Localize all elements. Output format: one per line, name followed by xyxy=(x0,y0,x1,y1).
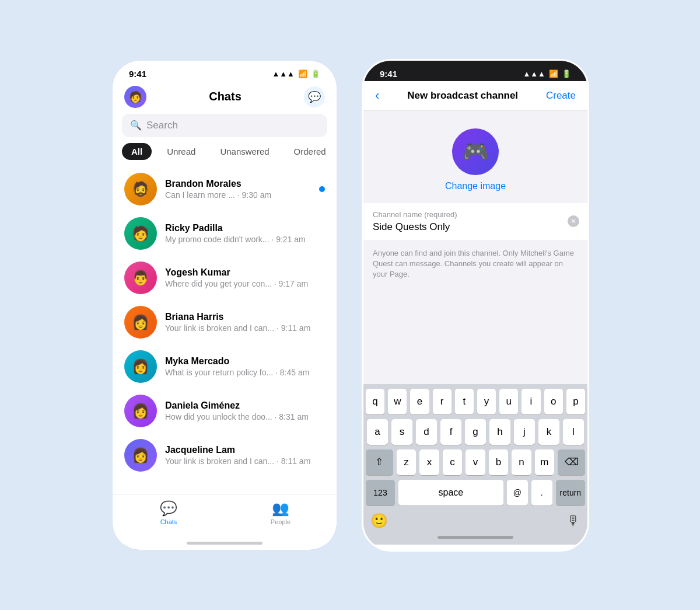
emoji-button[interactable]: 🙂 xyxy=(370,513,388,529)
key-b[interactable]: b xyxy=(489,449,508,475)
battery-icon: 🔋 xyxy=(311,69,320,78)
avatar: 👩 xyxy=(124,439,157,472)
nav-item-people[interactable]: 👥 People xyxy=(225,500,337,525)
filter-tabs: All Unread Unanswered Ordered xyxy=(113,143,337,167)
status-bar-right: 9:41 ▲▲▲ 📶 🔋 xyxy=(363,61,587,81)
key-x[interactable]: x xyxy=(419,449,439,475)
key-w[interactable]: w xyxy=(388,389,407,414)
time-left: 9:41 xyxy=(129,69,146,79)
chats-header: 🧑 Chats 💬 xyxy=(113,81,337,114)
filter-tab-all[interactable]: All xyxy=(122,143,152,160)
channel-image-section: 🎮 Change image xyxy=(363,111,587,203)
chat-preview: Can I learn more ... · 9:30 am xyxy=(165,190,311,200)
unread-dot xyxy=(319,186,325,192)
home-indicator xyxy=(187,542,262,545)
chats-title: Chats xyxy=(209,90,242,103)
chat-info: Ricky Padilla My promo code didn't work.… xyxy=(165,223,325,244)
key-t[interactable]: t xyxy=(455,389,474,414)
chat-name: Yogesh Kumar xyxy=(165,267,325,278)
key-i[interactable]: i xyxy=(522,389,540,414)
keyboard-row-1: q w e r t y u i o p xyxy=(366,389,585,414)
key-d[interactable]: d xyxy=(416,419,437,445)
chat-preview: Your link is broken and I can... · 8:11 … xyxy=(165,456,325,466)
avatar: 👩 xyxy=(124,395,157,427)
search-bar[interactable]: 🔍 Search xyxy=(122,114,327,137)
list-item[interactable]: 🧔 Brandon Morales Can I learn more ... ·… xyxy=(113,167,337,211)
key-n[interactable]: n xyxy=(512,449,531,475)
left-phone-content: 🧑 Chats 💬 🔍 Search All Unread Unanswered… xyxy=(113,81,337,545)
back-button[interactable]: ‹ xyxy=(375,88,379,103)
key-r[interactable]: r xyxy=(433,389,452,414)
key-p[interactable]: p xyxy=(566,389,585,414)
chat-name: Myka Mercado xyxy=(165,356,325,367)
key-a[interactable]: a xyxy=(367,419,388,445)
chat-name: Briana Harris xyxy=(165,312,325,322)
list-item[interactable]: 👩 Jacqueline Lam Your link is broken and… xyxy=(113,433,337,477)
key-h[interactable]: h xyxy=(489,419,510,445)
key-f[interactable]: f xyxy=(440,419,461,445)
key-e[interactable]: e xyxy=(410,389,429,414)
channel-name-section: Channel name (required) ✕ xyxy=(363,203,587,240)
avatar: 🧑 xyxy=(124,217,157,250)
avatar: 🧔 xyxy=(124,173,157,205)
time-right: 9:41 xyxy=(380,69,397,79)
period-key[interactable]: . xyxy=(531,480,552,506)
chat-preview: Where did you get your con... · 9:17 am xyxy=(165,279,325,288)
list-item[interactable]: 👩 Myka Mercado What is your return polic… xyxy=(113,344,337,389)
key-m[interactable]: m xyxy=(535,449,554,475)
channel-header-title: New broadcast channel xyxy=(407,90,518,102)
key-v[interactable]: v xyxy=(466,449,485,475)
chat-list: 🧔 Brandon Morales Can I learn more ... ·… xyxy=(113,167,337,494)
status-icons-left: ▲▲▲ 📶 🔋 xyxy=(272,69,320,78)
clear-input-button[interactable]: ✕ xyxy=(568,215,579,227)
chat-name: Ricky Padilla xyxy=(165,223,325,233)
keyboard-row-4: 123 space @ . return xyxy=(366,480,585,506)
right-phone-content: ‹ New broadcast channel Create 🎮 Change … xyxy=(363,81,587,545)
return-key[interactable]: return xyxy=(556,480,585,506)
list-item[interactable]: 👩 Briana Harris Your link is broken and … xyxy=(113,300,337,344)
home-indicator-right xyxy=(438,536,513,539)
phones-container: 9:41 ▲▲▲ 📶 🔋 🧑 Chats 💬 🔍 Search xyxy=(88,36,612,575)
list-item[interactable]: 👩 Daniela Giménez How did you unlock the… xyxy=(113,389,337,433)
mic-button[interactable]: 🎙 xyxy=(566,513,580,529)
chat-info: Daniela Giménez How did you unlock the d… xyxy=(165,400,325,421)
key-g[interactable]: g xyxy=(465,419,486,445)
filter-tab-unread[interactable]: Unread xyxy=(158,143,205,160)
delete-key[interactable]: ⌫ xyxy=(558,449,585,475)
list-item[interactable]: 🧑 Ricky Padilla My promo code didn't wor… xyxy=(113,211,337,256)
avatar: 👩 xyxy=(124,350,157,383)
key-z[interactable]: z xyxy=(397,449,416,475)
channel-avatar: 🎮 xyxy=(452,128,499,175)
wifi-icon-right: 📶 xyxy=(549,69,558,78)
list-item[interactable]: 👨 Yogesh Kumar Where did you get your co… xyxy=(113,256,337,300)
create-button[interactable]: Create xyxy=(546,90,576,102)
space-key[interactable]: space xyxy=(398,480,503,506)
filter-tab-unanswered[interactable]: Unanswered xyxy=(211,143,278,160)
channel-body: 🎮 Change image Channel name (required) ✕… xyxy=(363,111,587,384)
chats-nav-icon: 💬 xyxy=(160,500,177,517)
channel-name-label: Channel name (required) xyxy=(373,210,578,219)
key-q[interactable]: q xyxy=(366,389,384,414)
shift-key[interactable]: ⇧ xyxy=(366,449,393,475)
keyboard-row-2: a s d f g h j k l xyxy=(366,419,585,445)
key-j[interactable]: j xyxy=(514,419,535,445)
key-u[interactable]: u xyxy=(499,389,518,414)
channel-name-input[interactable] xyxy=(373,221,578,233)
key-y[interactable]: y xyxy=(477,389,496,414)
chat-name: Jacqueline Lam xyxy=(165,445,325,455)
avatar: 👨 xyxy=(124,262,157,294)
compose-icon[interactable]: 💬 xyxy=(304,86,325,107)
key-c[interactable]: c xyxy=(443,449,462,475)
key-s[interactable]: s xyxy=(391,419,412,445)
at-key[interactable]: @ xyxy=(507,480,528,506)
change-image-button[interactable]: Change image xyxy=(445,181,506,191)
filter-tab-ordered[interactable]: Ordered xyxy=(285,143,335,160)
user-avatar[interactable]: 🧑 xyxy=(124,86,146,108)
chat-name: Daniela Giménez xyxy=(165,400,325,411)
key-l[interactable]: l xyxy=(563,419,584,445)
key-o[interactable]: o xyxy=(544,389,563,414)
key-k[interactable]: k xyxy=(538,419,559,445)
battery-icon-right: 🔋 xyxy=(562,69,571,78)
nav-item-chats[interactable]: 💬 Chats xyxy=(113,500,225,525)
numbers-key[interactable]: 123 xyxy=(366,480,395,506)
